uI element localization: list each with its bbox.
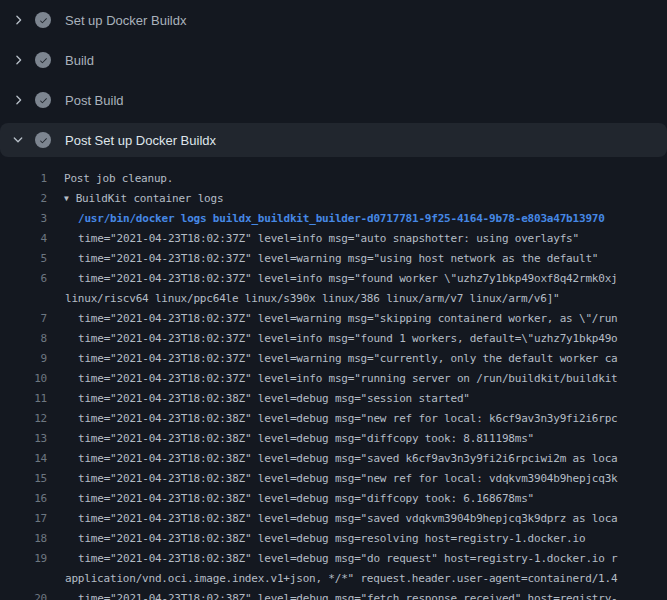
line-number [0, 569, 47, 589]
log-text: time="2021-04-23T18:02:37Z" level=info m… [78, 329, 618, 349]
log-line: 16time="2021-04-23T18:02:38Z" level=debu… [0, 489, 667, 509]
log-line: 12time="2021-04-23T18:02:38Z" level=debu… [0, 409, 667, 429]
step-label: Set up Docker Buildx [65, 13, 186, 28]
log-text: time="2021-04-23T18:02:37Z" level=warnin… [78, 249, 598, 269]
log-line: 14time="2021-04-23T18:02:38Z" level=debu… [0, 449, 667, 469]
log-line: 7time="2021-04-23T18:02:37Z" level=warni… [0, 309, 667, 329]
line-number[interactable]: 17 [0, 509, 47, 529]
step-header-set-up-docker-buildx[interactable]: Set up Docker Buildx [0, 0, 667, 40]
log-line: 17time="2021-04-23T18:02:38Z" level=debu… [0, 509, 667, 529]
line-number[interactable]: 4 [0, 229, 47, 249]
log-text: time="2021-04-23T18:02:37Z" level=info m… [78, 229, 579, 249]
line-number[interactable]: 3 [0, 209, 47, 229]
log-text: time="2021-04-23T18:02:38Z" level=debug … [78, 549, 618, 569]
log-line: 6time="2021-04-23T18:02:37Z" level=info … [0, 269, 667, 289]
log-text: time="2021-04-23T18:02:38Z" level=debug … [78, 589, 618, 600]
line-number[interactable]: 10 [0, 369, 47, 389]
log-line: 8time="2021-04-23T18:02:37Z" level=info … [0, 329, 667, 349]
log-area: 1Post job cleanup.2▼BuildKit container l… [0, 160, 667, 600]
log-line: 15time="2021-04-23T18:02:38Z" level=debu… [0, 469, 667, 489]
log-line: 4time="2021-04-23T18:02:37Z" level=info … [0, 229, 667, 249]
log-text: time="2021-04-23T18:02:38Z" level=debug … [78, 529, 585, 549]
log-line: 1Post job cleanup. [0, 169, 667, 189]
log-text: time="2021-04-23T18:02:38Z" level=debug … [78, 449, 618, 469]
line-number[interactable]: 18 [0, 529, 47, 549]
line-number[interactable]: 2 [0, 189, 47, 209]
line-number[interactable]: 13 [0, 429, 47, 449]
line-number[interactable]: 7 [0, 309, 47, 329]
log-text: application/vnd.oci.image.index.v1+json,… [65, 569, 617, 589]
log-text: time="2021-04-23T18:02:38Z" level=debug … [78, 469, 618, 489]
check-circle-icon [35, 92, 51, 108]
check-circle-icon [35, 12, 51, 28]
log-line: 3/usr/bin/docker logs buildx_buildkit_bu… [0, 209, 667, 229]
step-header-build[interactable]: Build [0, 40, 667, 80]
step-header-post-build[interactable]: Post Build [0, 80, 667, 120]
chevron-right-icon [10, 92, 26, 108]
line-number[interactable]: 9 [0, 349, 47, 369]
line-number[interactable]: 11 [0, 389, 47, 409]
log-line: 10time="2021-04-23T18:02:37Z" level=info… [0, 369, 667, 389]
step-label: Build [65, 53, 94, 68]
log-line-continuation: application/vnd.oci.image.index.v1+json,… [0, 569, 667, 589]
log-text: time="2021-04-23T18:02:38Z" level=debug … [78, 429, 534, 449]
line-number[interactable]: 14 [0, 449, 47, 469]
log-group-line: 2▼BuildKit container logs [0, 189, 667, 209]
step-label: Post Set up Docker Buildx [65, 133, 216, 148]
line-number[interactable]: 1 [0, 169, 47, 189]
log-text: time="2021-04-23T18:02:38Z" level=debug … [78, 489, 534, 509]
log-text: time="2021-04-23T18:02:38Z" level=debug … [78, 509, 618, 529]
log-line-continuation: linux/riscv64 linux/ppc64le linux/s390x … [0, 289, 667, 309]
log-line: 13time="2021-04-23T18:02:38Z" level=debu… [0, 429, 667, 449]
log-text: time="2021-04-23T18:02:37Z" level=info m… [78, 369, 618, 389]
line-number[interactable]: 15 [0, 469, 47, 489]
chevron-right-icon [10, 52, 26, 68]
log-text: time="2021-04-23T18:02:37Z" level=info m… [78, 269, 618, 289]
chevron-right-icon [10, 12, 26, 28]
line-number[interactable]: 8 [0, 329, 47, 349]
line-number[interactable]: 16 [0, 489, 47, 509]
log-text: ▼BuildKit container logs [64, 189, 223, 209]
line-number[interactable]: 5 [0, 249, 47, 269]
log-line: 9time="2021-04-23T18:02:37Z" level=warni… [0, 349, 667, 369]
line-number[interactable]: 6 [0, 269, 47, 289]
line-number[interactable]: 19 [0, 549, 47, 569]
check-circle-icon [35, 52, 51, 68]
line-number[interactable]: 20 [0, 589, 47, 600]
log-text: time="2021-04-23T18:02:38Z" level=debug … [78, 409, 618, 429]
log-text: Post job cleanup. [64, 169, 173, 189]
step-label: Post Build [65, 93, 124, 108]
check-circle-icon [35, 132, 51, 148]
triangle-down-icon[interactable]: ▼ [64, 189, 69, 209]
chevron-down-icon [10, 132, 26, 148]
step-header-post-set-up-docker-buildx[interactable]: Post Set up Docker Buildx [0, 123, 667, 157]
log-line: 20time="2021-04-23T18:02:38Z" level=debu… [0, 589, 667, 600]
log-text: linux/riscv64 linux/ppc64le linux/s390x … [65, 289, 560, 309]
log-line: 18time="2021-04-23T18:02:38Z" level=debu… [0, 529, 667, 549]
log-text: time="2021-04-23T18:02:37Z" level=warnin… [78, 349, 618, 369]
log-text: time="2021-04-23T18:02:37Z" level=warnin… [78, 309, 618, 329]
log-line: 19time="2021-04-23T18:02:38Z" level=debu… [0, 549, 667, 569]
command-text: /usr/bin/docker logs buildx_buildkit_bui… [78, 209, 605, 229]
workflow-log-viewer: Set up Docker Buildx Build Post Build Po… [0, 0, 667, 600]
line-number[interactable]: 12 [0, 409, 47, 429]
log-text: time="2021-04-23T18:02:38Z" level=debug … [78, 389, 470, 409]
log-line: 11time="2021-04-23T18:02:38Z" level=debu… [0, 389, 667, 409]
line-number [0, 289, 47, 309]
log-line: 5time="2021-04-23T18:02:37Z" level=warni… [0, 249, 667, 269]
